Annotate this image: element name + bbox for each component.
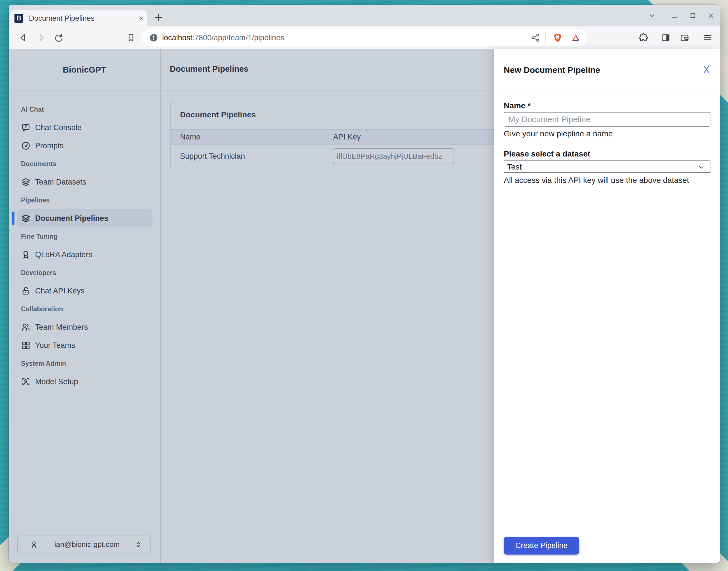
dataset-label: Please select a dataset [504, 149, 590, 158]
prompts-icon [21, 141, 31, 150]
sidebar-item-label: Your Teams [35, 341, 75, 350]
extensions-icon[interactable] [638, 33, 649, 43]
urlbar-divider [545, 33, 546, 43]
layers-icon [21, 214, 31, 223]
name-label: Name * [504, 101, 531, 110]
favicon: B [14, 14, 23, 23]
sidebar-item-team-datasets[interactable]: Team Datasets [9, 176, 160, 188]
brave-shield-icon[interactable] [553, 33, 563, 42]
user-email: ian@bionic-gpt.com [54, 540, 120, 549]
panel-title: New Document Pipeline [504, 65, 600, 75]
brave-rewards-bat-icon[interactable] [571, 33, 581, 42]
sidebar-item-chat-console[interactable]: ? Chat Console [9, 121, 160, 134]
sidebar-item-label: Chat Console [35, 123, 82, 132]
dataset-helper-text: All access via this API key will use the… [504, 176, 689, 185]
lock-open-icon [21, 286, 31, 296]
sidebar-item-label: QLoRA Adapters [35, 250, 92, 259]
app-root: BionicGPT AI Chat ? Chat Console [9, 49, 720, 563]
bookmark-icon[interactable] [126, 33, 136, 43]
dataset-select[interactable]: Test [504, 160, 710, 173]
grid-icon [21, 341, 31, 350]
sidebar-item-your-teams[interactable]: Your Teams [9, 339, 160, 352]
wallet-icon[interactable] [680, 33, 690, 43]
sidebar-divider [160, 49, 161, 563]
window-close-button[interactable] [707, 12, 715, 20]
layers-icon [21, 177, 31, 187]
url-path: :7800/app/team/1/pipelines [193, 33, 284, 42]
column-header-name: Name [180, 133, 201, 141]
new-pipeline-panel: New Document Pipeline X Name * Give your… [494, 49, 720, 563]
create-pipeline-button[interactable]: Create Pipeline [504, 537, 579, 555]
tab-search-chevron-icon[interactable] [648, 12, 656, 20]
sidebar-section-ai-chat: AI Chat [9, 103, 160, 116]
window-minimize-button[interactable] [671, 12, 679, 20]
sidebar-item-label: Team Datasets [35, 178, 86, 187]
forward-icon[interactable] [36, 33, 46, 43]
users-icon [21, 322, 31, 332]
back-icon[interactable] [18, 33, 28, 43]
scan-user-icon [21, 377, 31, 386]
url-bar[interactable]: localhost:7800/app/team/1/pipelines [142, 29, 587, 46]
panel-close-button[interactable]: X [701, 65, 712, 75]
sidebar-section-developers: Developers [9, 266, 160, 279]
sidebar-section-system-admin: System Admin [9, 357, 160, 370]
tab-title: Document Pipelines [29, 10, 94, 26]
sidebar-item-document-pipelines[interactable]: Document Pipelines [9, 212, 160, 225]
browser-toolbar: localhost:7800/app/team/1/pipelines [9, 26, 720, 49]
user-icon [29, 540, 38, 549]
page-title: Document Pipelines [170, 65, 248, 74]
sidebar-item-label: Chat API Keys [35, 287, 85, 296]
chevron-updown-icon [134, 540, 143, 549]
column-header-api-key: API Key [333, 133, 361, 141]
menu-icon[interactable] [703, 33, 713, 43]
svg-text:?: ? [25, 124, 27, 129]
panel-header: New Document Pipeline X [494, 49, 720, 90]
tab-strip: B Document Pipelines [9, 5, 720, 26]
api-key-field[interactable]: iflUbE8PaRg3ayhjPjULBaFedbz [333, 148, 454, 164]
sidebar-item-team-members[interactable]: Team Members [9, 321, 160, 333]
sidebar-section-documents: Documents [9, 158, 160, 170]
browser-tab[interactable]: B Document Pipelines [10, 10, 147, 26]
sidebar-item-model-setup[interactable]: Model Setup [9, 375, 160, 388]
sidebar-item-chat-api-keys[interactable]: Chat API Keys [9, 284, 160, 297]
share-icon[interactable] [531, 33, 540, 42]
url-text: localhost:7800/app/team/1/pipelines [162, 29, 284, 46]
sidebar-section-fine-tuning: Fine Tuning [9, 230, 160, 243]
sidebar-item-prompts[interactable]: Prompts [9, 139, 160, 152]
site-info-icon[interactable] [149, 33, 158, 42]
brand-title: BionicGPT [9, 65, 160, 75]
sidebar-item-label: Model Setup [35, 377, 78, 386]
sidebar-section-pipelines: Pipelines [9, 194, 160, 206]
name-helper-text: Give your new piepline a name [504, 129, 613, 138]
new-tab-button[interactable] [153, 12, 164, 23]
url-host: localhost [162, 33, 193, 42]
sidebar-section-collaboration: Collaboration [9, 303, 160, 315]
chat-console-icon: ? [21, 123, 31, 132]
sidebar-item-label: Team Members [35, 323, 88, 332]
tab-close-icon[interactable] [137, 15, 145, 22]
pipeline-name-cell: Support Technician [180, 152, 245, 161]
window-maximize-button[interactable] [689, 12, 697, 20]
sidebar-item-label: Prompts [35, 141, 64, 150]
pipeline-name-input[interactable] [504, 112, 710, 127]
sidebar-item-qlora-adapters[interactable]: QLoRA Adapters [9, 248, 160, 261]
sidebar-panel-icon[interactable] [660, 33, 671, 43]
user-menu[interactable]: ian@bionic-gpt.com [17, 536, 150, 553]
browser-window: B Document Pipelines [9, 5, 720, 563]
sidebar-item-label: Document Pipelines [35, 214, 108, 223]
award-icon [21, 250, 31, 259]
reload-icon[interactable] [53, 33, 64, 43]
